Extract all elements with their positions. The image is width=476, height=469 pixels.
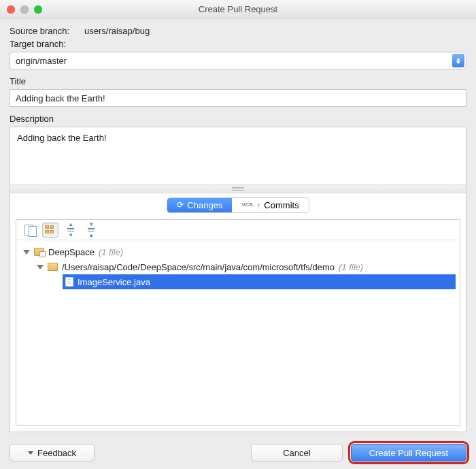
changes-area: ⟳ Changes VCS ↑ Commits xyxy=(10,193,466,432)
expand-all-button[interactable]: ▴▾ xyxy=(63,223,79,238)
description-panel: Adding back the Earth! ⟳ Changes VCS ↑ xyxy=(10,127,466,432)
changes-toolbar: ▴▾ ▾▴ xyxy=(16,220,460,240)
folders-grid-icon xyxy=(45,225,56,235)
source-branch-label: Source branch: xyxy=(10,26,84,36)
feedback-button[interactable]: Feedback xyxy=(10,444,95,462)
create-pull-request-button[interactable]: Create Pull Request xyxy=(351,444,466,462)
expand-icon: ▴▾ xyxy=(66,221,75,238)
tab-changes-label: Changes xyxy=(187,200,222,210)
tree-root-name: DeepSpace xyxy=(48,247,95,257)
file-icon xyxy=(65,277,73,287)
tab-commits[interactable]: VCS ↑ Commits xyxy=(232,198,308,212)
changes-pane: ▴▾ ▾▴ DeepSpace (1 file) xyxy=(16,219,460,426)
folder-icon xyxy=(34,248,44,256)
window-title: Create Pull Request xyxy=(0,4,476,14)
dialog-footer: Feedback Cancel Create Pull Request xyxy=(0,436,476,469)
target-branch-value: origin/master xyxy=(16,56,67,66)
create-label: Create Pull Request xyxy=(369,448,448,458)
chevron-updown-icon xyxy=(452,54,464,67)
tree-node-path[interactable]: /Users/raisap/Code/DeepSpace/src/main/ja… xyxy=(34,259,456,274)
dialog-content: Source branch: users/raisap/bug Target b… xyxy=(0,19,476,436)
description-textarea[interactable]: Adding back the Earth! xyxy=(10,127,466,184)
chevron-down-icon[interactable] xyxy=(37,265,44,270)
feedback-label: Feedback xyxy=(37,448,76,458)
target-branch-label: Target branch: xyxy=(10,39,84,49)
splitter-handle[interactable] xyxy=(10,184,466,193)
arrow-up-icon: ↑ xyxy=(257,201,261,209)
tree-path-name: /Users/raisap/Code/DeepSpace/src/main/ja… xyxy=(62,262,335,272)
tree-file-name: ImageService.java xyxy=(78,277,150,287)
group-by-directory-button[interactable] xyxy=(42,223,58,238)
chevron-down-icon[interactable] xyxy=(23,250,30,255)
titlebar: Create Pull Request xyxy=(0,0,476,19)
tab-commits-label: Commits xyxy=(264,200,299,210)
title-input[interactable] xyxy=(10,89,466,107)
collapse-all-button[interactable]: ▾▴ xyxy=(83,223,99,238)
description-label: Description xyxy=(10,114,466,124)
target-branch-select[interactable]: origin/master xyxy=(10,52,466,69)
chevron-down-icon xyxy=(28,451,33,455)
tree-path-hint: (1 file) xyxy=(339,262,363,272)
refresh-icon: ⟳ xyxy=(177,200,184,210)
tree-root-hint: (1 file) xyxy=(99,247,123,257)
cancel-label: Cancel xyxy=(283,448,310,458)
cancel-button[interactable]: Cancel xyxy=(251,444,342,462)
target-branch-label-row: Target branch: xyxy=(10,39,466,49)
tab-changes[interactable]: ⟳ Changes xyxy=(167,198,232,212)
tree-node-file[interactable]: ImageService.java xyxy=(63,274,456,289)
source-branch-value: users/raisap/bug xyxy=(84,26,150,36)
source-branch-row: Source branch: users/raisap/bug xyxy=(10,26,466,36)
create-pull-request-dialog: Create Pull Request Source branch: users… xyxy=(0,0,476,469)
collapse-icon: ▾▴ xyxy=(86,221,96,238)
tabbar: ⟳ Changes VCS ↑ Commits xyxy=(10,193,466,216)
folder-icon xyxy=(48,263,58,271)
changes-tree[interactable]: DeepSpace (1 file) /Users/raisap/Code/De… xyxy=(16,240,460,425)
vcs-icon: VCS xyxy=(241,202,252,208)
title-label: Title xyxy=(10,76,466,86)
diff-button[interactable] xyxy=(22,223,38,238)
tree-node-root[interactable]: DeepSpace (1 file) xyxy=(20,244,456,259)
